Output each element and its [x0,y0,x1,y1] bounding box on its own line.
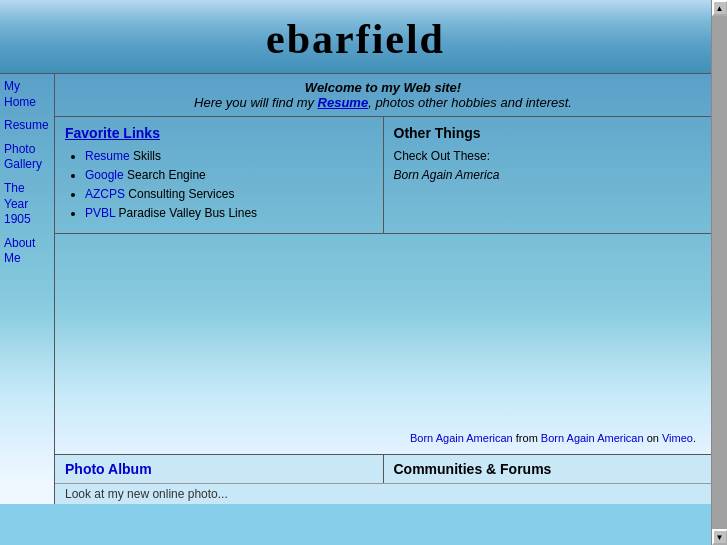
sidebar-item-year-1905[interactable]: The Year 1905 [4,181,50,228]
two-col-section: Favorite Links Resume Skills Google Sear… [55,117,711,234]
favorite-links-title: Favorite Links [65,125,373,141]
list-item: Resume Skills [85,149,373,163]
links-list: Resume Skills Google Search Engine AZCPS… [85,149,373,220]
born-again-text: Born Again America [394,168,702,182]
scroll-track[interactable] [712,16,727,504]
welcome-line2: Here you will find my Resume, photos oth… [65,95,701,110]
photo-album-section: Photo Album [55,455,384,483]
resume-fav-link[interactable]: Resume [85,149,130,163]
born-again-link1[interactable]: Born Again American [410,432,513,444]
photo-sub-text: Look at my new online photo... [55,483,711,504]
scrollbar[interactable]: ▲ ▼ [711,0,727,504]
page-header: ebarfield [0,0,711,74]
from-text: from [513,432,541,444]
site-title: ebarfield [0,15,711,63]
on-text: on [644,432,662,444]
check-out-text: Check Out These: [394,149,702,163]
spacer-area: Born Again American from Born Again Amer… [55,234,711,454]
list-item: Google Search Engine [85,168,373,182]
resume-link[interactable]: Resume [318,95,369,110]
sidebar-item-photo-gallery[interactable]: Photo Gallery [4,142,50,173]
sidebar: My Home Resume Photo Gallery The Year 19… [0,74,55,504]
vimeo-line: Born Again American from Born Again Amer… [55,432,711,449]
sidebar-item-resume[interactable]: Resume [4,118,50,134]
content-area: Welcome to my Web site! Here you will fi… [55,74,711,504]
pvbl-link[interactable]: PVBL [85,206,115,220]
list-item: PVBL Paradise Valley Bus Lines [85,206,373,220]
period: . [693,432,696,444]
azcps-link[interactable]: AZCPS [85,187,125,201]
welcome-banner: Welcome to my Web site! Here you will fi… [55,74,711,117]
photo-sub-label: Look at my new online photo... [65,487,228,501]
sidebar-item-about-me[interactable]: About Me [4,236,50,267]
list-item: AZCPS Consulting Services [85,187,373,201]
vimeo-link[interactable]: Vimeo [662,432,693,444]
welcome-line2-prefix: Here you will find my [194,95,318,110]
scroll-up-button[interactable]: ▲ [712,0,728,16]
welcome-line2-suffix: , photos other hobbies and interest. [368,95,572,110]
favorite-links-col: Favorite Links Resume Skills Google Sear… [55,117,384,233]
communities-title: Communities & Forums [394,461,552,477]
google-link[interactable]: Google [85,168,124,182]
sidebar-item-home[interactable]: My Home [4,79,50,110]
main-layout: My Home Resume Photo Gallery The Year 19… [0,74,711,504]
bottom-row: Photo Album Communities & Forums [55,454,711,483]
communities-section: Communities & Forums [384,455,712,483]
other-things-title: Other Things [394,125,702,141]
born-again-link2[interactable]: Born Again American [541,432,644,444]
welcome-line1: Welcome to my Web site! [65,80,701,95]
photo-album-link[interactable]: Photo Album [65,461,152,477]
other-things-col: Other Things Check Out These: Born Again… [384,117,712,233]
